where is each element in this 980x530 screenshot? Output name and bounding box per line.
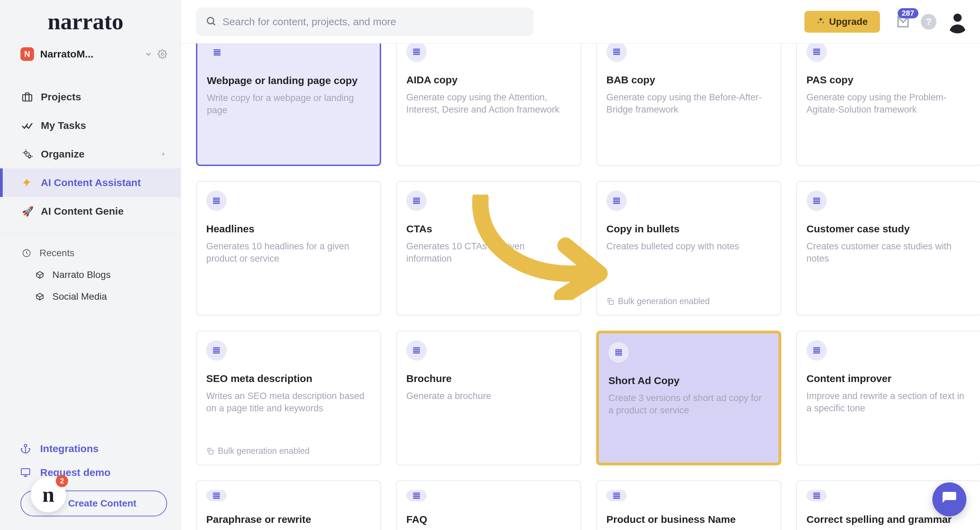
button-label: Create Content <box>68 498 137 509</box>
gear-icon[interactable] <box>158 49 167 59</box>
svg-point-13 <box>953 14 962 22</box>
document-icon <box>206 190 227 211</box>
card-description: Generate copy using the Problem-Agitate-… <box>807 91 971 116</box>
card-title: CTAs <box>406 223 571 235</box>
monitor-icon <box>21 467 35 478</box>
gears-icon <box>22 149 37 160</box>
card-title: Copy in bullets <box>606 223 771 235</box>
workspace-switcher[interactable]: N NarratoM... <box>0 39 181 69</box>
card-description: Create 3 versions of short ad copy for a… <box>608 392 769 417</box>
card-description: Creates bulleted copy with notes <box>606 240 771 252</box>
template-card[interactable]: FAQGenerates FAQs for a topic <box>396 480 581 530</box>
sidebar-item-ai-assistant[interactable]: AI Content Assistant <box>0 168 181 197</box>
sidebar-item-ai-genie[interactable]: 🚀 AI Content Genie <box>0 197 181 225</box>
brand-logo: narrato <box>0 0 181 39</box>
recents-label: Recents <box>40 248 75 259</box>
sparkle-icon <box>817 16 825 27</box>
svg-point-10 <box>207 17 214 24</box>
card-title: SEO meta description <box>206 373 371 384</box>
svg-rect-7 <box>21 469 30 475</box>
template-card[interactable]: Product or business NameGenerate 10 name… <box>596 480 781 530</box>
card-description: Writes an SEO meta description based on … <box>206 390 371 415</box>
anchor-icon <box>21 444 35 454</box>
recent-item[interactable]: Social Media <box>0 286 181 308</box>
card-description: Generate a brochure <box>406 390 571 402</box>
card-title: AIDA copy <box>406 74 571 86</box>
integrations-link[interactable]: Integrations <box>21 437 167 460</box>
sidebar-item-organize[interactable]: Organize <box>0 140 181 168</box>
brand-bubble[interactable]: n 2 <box>30 477 66 512</box>
card-title: Product or business Name <box>606 514 771 525</box>
template-card[interactable]: Content improverImprove and rewrite a se… <box>796 331 980 465</box>
card-title: PAS copy <box>807 74 971 86</box>
document-icon <box>606 44 627 62</box>
template-card[interactable]: Customer case studyCreates customer case… <box>796 181 980 316</box>
document-icon <box>606 490 627 501</box>
chevron-right-icon <box>160 148 167 160</box>
document-icon <box>207 44 227 63</box>
document-icon <box>406 340 427 360</box>
template-card[interactable]: PAS copyGenerate copy using the Problem-… <box>796 44 980 166</box>
inbox-button[interactable]: 287 <box>894 12 913 31</box>
card-description: Generates 10 CTAs for given information <box>406 240 571 265</box>
template-card[interactable]: AIDA copyGenerate copy using the Attenti… <box>396 44 581 166</box>
bulk-indicator: Bulk generation enabled <box>206 446 371 456</box>
svg-point-0 <box>161 53 164 56</box>
card-title: Customer case study <box>807 223 971 235</box>
recents-header: Recents <box>0 242 181 264</box>
document-icon <box>807 340 827 360</box>
cube-icon <box>35 270 49 279</box>
sidebar-item-label: Projects <box>41 91 81 103</box>
search-box[interactable] <box>196 8 533 36</box>
card-title: FAQ <box>406 514 571 525</box>
bolt-icon <box>22 178 37 188</box>
copy-icon <box>206 447 214 455</box>
check-icon <box>22 120 37 131</box>
template-card[interactable]: BrochureGenerate a brochure <box>396 331 581 465</box>
chat-fab[interactable] <box>932 482 966 516</box>
document-icon <box>807 190 827 211</box>
recent-item[interactable]: Narrato Blogs <box>0 264 181 286</box>
sidebar-nav: Projects My Tasks Organize <box>0 69 181 225</box>
template-card[interactable]: Webpage or landing page copyWrite copy f… <box>196 44 381 166</box>
template-card[interactable]: BAB copyGenerate copy using the Before-A… <box>596 44 781 166</box>
chevron-down-icon[interactable] <box>144 50 153 59</box>
card-description: Write copy for a webpage or landing page <box>207 92 370 117</box>
document-icon <box>606 190 627 211</box>
card-description: Generate copy using the Attention, Inter… <box>406 91 571 116</box>
inbox-count-badge: 287 <box>898 8 918 18</box>
sidebar-item-mytasks[interactable]: My Tasks <box>0 111 181 140</box>
search-icon <box>205 16 216 28</box>
search-input[interactable] <box>223 16 524 27</box>
template-card[interactable]: SEO meta descriptionWrites an SEO meta d… <box>196 331 381 465</box>
help-button[interactable]: ? <box>921 14 937 30</box>
notification-badge: 2 <box>56 475 68 487</box>
sidebar-item-projects[interactable]: Projects <box>0 83 181 111</box>
document-icon <box>807 44 827 62</box>
card-title: Content improver <box>807 373 971 384</box>
document-icon <box>206 490 227 501</box>
svg-rect-51 <box>209 450 213 454</box>
brand-bubble-letter: n <box>42 482 54 507</box>
recent-item-label: Social Media <box>52 291 107 302</box>
copy-icon <box>606 298 614 305</box>
card-description: Generates 10 headlines for a given produ… <box>206 240 371 265</box>
sidebar: narrato N NarratoM... Projects <box>0 0 181 530</box>
rocket-icon: 🚀 <box>22 206 37 217</box>
template-card[interactable]: HeadlinesGenerates 10 headlines for a gi… <box>196 181 381 316</box>
svg-line-11 <box>213 23 215 25</box>
template-card[interactable]: Copy in bulletsCreates bulleted copy wit… <box>596 181 781 316</box>
avatar[interactable] <box>946 10 969 33</box>
help-label: ? <box>926 16 931 27</box>
template-card[interactable]: Short Ad CopyCreate 3 versions of short … <box>596 331 781 465</box>
card-description: Creates customer case studies with notes <box>807 240 971 265</box>
sidebar-item-label: AI Content Assistant <box>41 177 141 189</box>
upgrade-button[interactable]: Upgrade <box>804 11 880 33</box>
sidebar-bottom: Integrations Request demo Create Content <box>0 437 181 530</box>
template-card[interactable]: CTAsGenerates 10 CTAs for given informat… <box>396 181 581 316</box>
template-card[interactable]: Paraphrase or rewriteParaphrase or rewri… <box>196 480 381 530</box>
link-label: Integrations <box>40 443 99 454</box>
document-icon <box>406 44 427 62</box>
briefcase-icon <box>22 92 37 102</box>
document-icon <box>608 342 629 363</box>
